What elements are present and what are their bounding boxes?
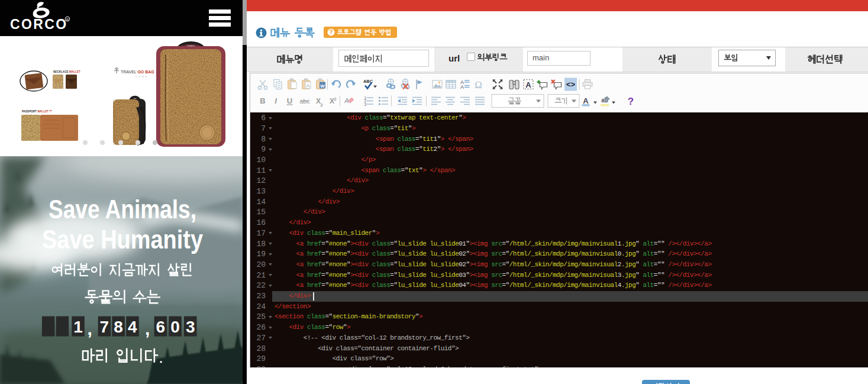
svg-text:Save Animals,: Save Animals,: [49, 195, 196, 224]
svg-text:CORCO: CORCO: [10, 17, 68, 32]
svg-text:A: A: [306, 83, 309, 89]
svg-text:A: A: [460, 84, 464, 90]
svg-text:A: A: [583, 96, 589, 105]
svg-text:PASSPORT WALLET 7": PASSPORT WALLET 7": [22, 110, 52, 113]
svg-text:2: 2: [320, 102, 323, 108]
svg-text:4: 4: [128, 318, 137, 336]
svg-text:U: U: [287, 96, 292, 105]
svg-text:0: 0: [170, 318, 180, 336]
svg-text:2: 2: [334, 96, 337, 102]
svg-text:A: A: [525, 80, 531, 89]
svg-text:?: ?: [329, 29, 333, 36]
svg-text:Ω: Ω: [475, 79, 482, 91]
svg-text:C O R K: C O R K: [135, 76, 147, 78]
svg-text:R: R: [66, 18, 69, 21]
svg-text:I: I: [275, 96, 277, 105]
svg-text:6: 6: [156, 318, 166, 336]
svg-text:NECKLACE WALLET: NECKLACE WALLET: [53, 70, 80, 73]
svg-text:7: 7: [100, 318, 109, 336]
svg-text:,: ,: [145, 319, 150, 338]
svg-text:8: 8: [114, 318, 123, 336]
svg-text:B: B: [260, 96, 265, 105]
svg-text:3: 3: [186, 318, 195, 336]
svg-text:3: 3: [364, 102, 367, 107]
svg-text:Save Humanity: Save Humanity: [42, 225, 203, 254]
svg-text:,: ,: [88, 319, 92, 338]
svg-text:A: A: [344, 97, 349, 104]
svg-text:TRAVEL GO BAG: TRAVEL GO BAG: [121, 70, 154, 74]
svg-text:?: ?: [628, 96, 634, 107]
svg-text:W: W: [320, 83, 325, 89]
svg-text:<>: <>: [566, 80, 576, 89]
svg-text:1: 1: [73, 318, 83, 336]
